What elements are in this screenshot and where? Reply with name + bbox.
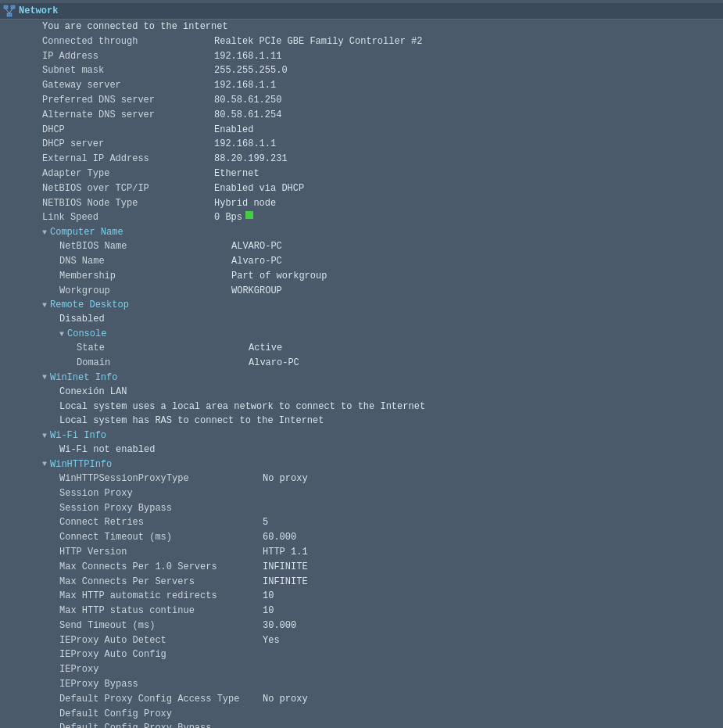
gateway-label: Gateway server: [42, 79, 214, 92]
wifi-arrow: ▼: [42, 432, 47, 440]
connected-text-row: You are connected to the internet: [0, 20, 723, 34]
domain-value: Alvaro-PC: [249, 357, 299, 370]
dhcp-server-value: 192.168.1.1: [214, 138, 276, 151]
workgroup-value: WORKGROUP: [231, 285, 282, 298]
max-http-status-row: Max HTTP status continue 10: [0, 604, 723, 619]
http-version-value: HTTP 1.1: [263, 546, 308, 559]
wifi-label: Wi-Fi Info: [50, 430, 106, 441]
send-timeout-row: Send Timeout (ms) 30.000: [0, 619, 723, 633]
preferred-dns-row: Preferred DNS server 80.58.61.250: [0, 93, 723, 108]
default-config-proxy-label: Default Config Proxy: [59, 708, 263, 721]
max-connects-10-value: INFINITE: [263, 561, 308, 574]
membership-row: Membership Part of workgroup: [0, 269, 723, 284]
connected-through-value: Realtek PCIe GBE Family Controller #2: [214, 35, 422, 48]
local-system-ras-text: Local system has RAS to connect to the I…: [59, 414, 324, 428]
max-connects-servers-label: Max Connects Per Servers: [59, 576, 263, 589]
dhcp-server-row: DHCP server 192.168.1.1: [0, 137, 723, 152]
netbios-node-label: NETBIOS Node Type: [42, 197, 214, 210]
svg-rect-0: [4, 5, 8, 9]
wifi-status: Wi-Fi not enabled: [59, 443, 155, 457]
netbios-tcp-row: NetBIOS over TCP/IP Enabled via DHCP: [0, 181, 723, 196]
alt-dns-value: 80.58.61.254: [214, 109, 281, 122]
ip-value: 192.168.1.11: [214, 50, 281, 63]
wininet-header[interactable]: ▼ WinInet Info: [0, 371, 723, 385]
ieproxy-auto-config-row: IEProxy Auto Config: [0, 647, 723, 662]
netbios-tcp-value: Enabled via DHCP: [214, 182, 304, 195]
console-label: Console: [67, 328, 106, 339]
adapter-type-row: Adapter Type Ethernet: [0, 167, 723, 181]
workgroup-label: Workgroup: [59, 285, 231, 298]
subnet-label: Subnet mask: [42, 64, 214, 77]
svg-rect-1: [11, 5, 15, 9]
link-speed-value: 0 Bps: [214, 211, 242, 224]
connect-retries-value: 5: [263, 516, 268, 529]
dhcp-value: Enabled: [214, 124, 253, 137]
membership-value: Part of workgroup: [231, 270, 327, 283]
remote-desktop-arrow: ▼: [42, 301, 47, 310]
wininet-arrow: ▼: [42, 373, 47, 382]
send-timeout-label: Send Timeout (ms): [59, 619, 263, 633]
proxy-type-row: WinHTTPSessionProxyType No proxy: [0, 472, 723, 486]
conexion-lan-text: Conexión LAN: [59, 386, 127, 399]
svg-rect-2: [7, 13, 12, 16]
gateway-value: 192.168.1.1: [214, 79, 276, 92]
connect-timeout-label: Connect Timeout (ms): [59, 531, 263, 544]
state-row: State Active: [0, 341, 723, 356]
state-label: State: [77, 342, 249, 355]
membership-label: Membership: [59, 270, 231, 283]
console-arrow: ▼: [59, 330, 64, 339]
computer-name-label: Computer Name: [50, 227, 123, 238]
external-ip-value: 88.20.199.231: [214, 152, 288, 166]
remote-desktop-header[interactable]: ▼ Remote Desktop: [0, 298, 723, 312]
connected-text: You are connected to the internet: [42, 20, 228, 34]
connect-timeout-row: Connect Timeout (ms) 60.000: [0, 530, 723, 545]
winhttp-label: WinHTTPInfo: [50, 459, 112, 470]
netbios-tcp-label: NetBIOS over TCP/IP: [42, 182, 214, 195]
connected-through-row: Connected through Realtek PCIe GBE Famil…: [0, 34, 723, 49]
winhttp-header[interactable]: ▼ WinHTTPInfo: [0, 457, 723, 472]
max-connects-servers-value: INFINITE: [263, 576, 308, 589]
proxy-type-label: WinHTTPSessionProxyType: [59, 472, 263, 486]
proxy-type-value: No proxy: [263, 472, 308, 486]
netbios-node-value: Hybrid node: [214, 197, 276, 210]
max-http-status-label: Max HTTP status continue: [59, 604, 263, 618]
ieproxy-label: IEProxy: [59, 663, 263, 676]
http-version-label: HTTP Version: [59, 546, 263, 559]
svg-line-3: [5, 9, 9, 13]
link-speed-row: Link Speed 0 Bps: [0, 210, 723, 225]
header-row: Network: [0, 3, 723, 20]
local-system-lan-row: Local system uses a local area network t…: [0, 400, 723, 414]
max-connects-10-label: Max Connects Per 1.0 Servers: [59, 561, 263, 574]
dhcp-row: DHCP Enabled: [0, 123, 723, 138]
netbios-name-row: NetBIOS Name ALVARO-PC: [0, 239, 723, 254]
wifi-header[interactable]: ▼ Wi-Fi Info: [0, 429, 723, 443]
session-proxy-row: Session Proxy: [0, 486, 723, 501]
console-header[interactable]: ▼ Console: [0, 327, 723, 341]
max-connects-servers-row: Max Connects Per Servers INFINITE: [0, 575, 723, 590]
wininet-label: WinInet Info: [50, 372, 117, 383]
svg-line-4: [9, 9, 13, 13]
remote-desktop-status-row: Disabled: [0, 312, 723, 327]
network-icon: [3, 5, 16, 17]
default-proxy-type-label: Default Proxy Config Access Type: [59, 693, 263, 706]
state-value: Active: [249, 342, 282, 355]
ieproxy-bypass-row: IEProxy Bypass: [0, 677, 723, 692]
connect-retries-row: Connect Retries 5: [0, 515, 723, 530]
alt-dns-row: Alternate DNS server 80.58.61.254: [0, 108, 723, 123]
max-connects-10-row: Max Connects Per 1.0 Servers INFINITE: [0, 560, 723, 575]
ip-row: IP Address 192.168.1.11: [0, 49, 723, 64]
dns-name-label: DNS Name: [59, 255, 231, 268]
connect-timeout-value: 60.000: [263, 531, 296, 544]
max-redirects-value: 10: [263, 590, 274, 603]
adapter-type-value: Ethernet: [214, 167, 259, 181]
connect-retries-label: Connect Retries: [59, 516, 263, 529]
wifi-status-row: Wi-Fi not enabled: [0, 443, 723, 457]
green-box-indicator: [245, 211, 253, 219]
external-ip-row: External IP Address 88.20.199.231: [0, 152, 723, 167]
computer-name-header[interactable]: ▼ Computer Name: [0, 225, 723, 239]
default-proxy-type-row: Default Proxy Config Access Type No prox…: [0, 692, 723, 707]
session-proxy-bypass-label: Session Proxy Bypass: [59, 502, 263, 515]
netbios-node-row: NETBIOS Node Type Hybrid node: [0, 196, 723, 211]
domain-label: Domain: [77, 357, 249, 370]
main-container: Network You are connected to the interne…: [0, 0, 723, 728]
